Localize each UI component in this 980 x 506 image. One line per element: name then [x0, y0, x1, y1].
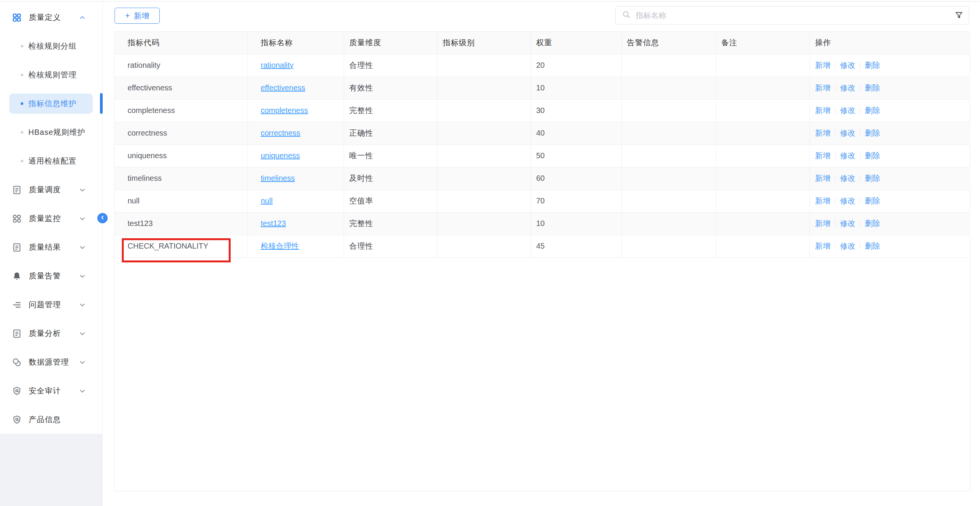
row-action-add[interactable]: 新增 — [815, 151, 831, 160]
table-row: test123 test123 完整性 10 新增修改删除 — [115, 212, 970, 235]
indicator-table: 指标代码 指标名称 质量维度 指标级别 权重 告警信息 备注 操作 ration… — [114, 31, 970, 491]
row-action-delete[interactable]: 删除 — [865, 219, 880, 228]
action-divider — [860, 198, 860, 205]
add-button-label: 新增 — [134, 11, 149, 21]
grid-circles-icon — [12, 214, 22, 224]
row-action-edit[interactable]: 修改 — [840, 242, 855, 250]
col-header-name: 指标名称 — [247, 32, 344, 54]
grid-squares-icon — [12, 13, 22, 23]
row-action-delete[interactable]: 删除 — [865, 129, 880, 137]
row-action-add[interactable]: 新增 — [815, 106, 831, 115]
bullet-dot-icon — [21, 74, 23, 76]
sidebar-item-quality-definition[interactable]: 质量定义 — [0, 3, 102, 32]
indent-list-icon — [12, 300, 22, 310]
action-divider — [860, 62, 860, 69]
sidebar-item-indicator-info-maintain[interactable]: 指标信息维护 — [0, 89, 102, 118]
bullet-dot-icon — [21, 102, 23, 105]
sidebar: 质量定义 检核规则分组 检核规则管理 指标信息维护 HBase规则维护 通用检核… — [0, 0, 103, 506]
table-row: timeliness timeliness 及时性 60 新增修改删除 — [115, 167, 970, 190]
row-action-edit[interactable]: 修改 — [840, 174, 855, 182]
sidebar-collapse-button[interactable] — [97, 213, 108, 223]
sidebar-item-hbase-rule-maintain[interactable]: HBase规则维护 — [0, 118, 102, 147]
sidebar-item-general-check-config[interactable]: 通用检核配置 — [0, 147, 102, 175]
col-header-weight: 权重 — [531, 32, 621, 54]
doc-icon — [12, 329, 22, 339]
row-action-add[interactable]: 新增 — [815, 197, 831, 205]
search-icon — [622, 10, 631, 21]
sidebar-item-datasource-manage[interactable]: 数据源管理 — [0, 348, 102, 377]
table-row: rationality rationality 合理性 20 新增修改删除 — [115, 54, 970, 77]
action-divider — [860, 85, 860, 92]
row-action-edit[interactable]: 修改 — [840, 129, 855, 137]
sidebar-item-quality-analysis[interactable]: 质量分析 — [0, 319, 102, 348]
indicator-name-link[interactable]: rationality — [261, 61, 294, 69]
sidebar-menu: 质量定义 检核规则分组 检核规则管理 指标信息维护 HBase规则维护 通用检核… — [0, 0, 102, 434]
chevron-down-icon — [77, 329, 87, 339]
row-action-edit[interactable]: 修改 — [840, 84, 855, 92]
row-action-add[interactable]: 新增 — [815, 219, 831, 228]
indicator-name-link[interactable]: timeliness — [261, 174, 295, 182]
indicator-name-link[interactable]: test123 — [261, 219, 286, 228]
sidebar-item-quality-alarm[interactable]: 质量告警 — [0, 262, 102, 290]
sidebar-item-security-audit[interactable]: 安全审计 — [0, 377, 102, 405]
row-action-delete[interactable]: 删除 — [865, 242, 880, 250]
chevron-down-icon — [77, 386, 87, 396]
table-row: completeness completeness 完整性 30 新增修改删除 — [115, 99, 970, 122]
row-action-add[interactable]: 新增 — [815, 61, 831, 69]
col-header-dimension: 质量维度 — [344, 32, 437, 54]
row-action-delete[interactable]: 删除 — [865, 174, 880, 182]
sidebar-item-check-rule-group[interactable]: 检核规则分组 — [0, 32, 102, 61]
row-action-edit[interactable]: 修改 — [840, 151, 855, 160]
indicator-name-link[interactable]: 检核合理性 — [261, 242, 299, 250]
indicator-name-link[interactable]: null — [261, 197, 273, 205]
row-action-edit[interactable]: 修改 — [840, 197, 855, 205]
table-row: uniqueness uniqueness 唯一性 50 新增修改删除 — [115, 144, 970, 167]
row-action-delete[interactable]: 删除 — [865, 151, 880, 160]
sidebar-item-check-rule-manage[interactable]: 检核规则管理 — [0, 61, 102, 89]
indicator-name-link[interactable]: effectiveness — [261, 84, 305, 92]
sidebar-item-quality-result[interactable]: 质量结果 — [0, 233, 102, 262]
add-button[interactable]: + 新增 — [115, 8, 160, 24]
sidebar-item-quality-schedule[interactable]: 质量调度 — [0, 175, 102, 204]
search-input[interactable] — [636, 11, 950, 20]
top-divider — [0, 1, 980, 2]
row-action-delete[interactable]: 删除 — [865, 61, 880, 69]
indicator-name-link[interactable]: completeness — [261, 106, 308, 115]
chevron-down-icon — [77, 242, 87, 252]
row-action-edit[interactable]: 修改 — [840, 61, 855, 69]
sidebar-item-issue-manage[interactable]: 问题管理 — [0, 290, 102, 319]
row-action-delete[interactable]: 删除 — [865, 84, 880, 92]
col-header-code: 指标代码 — [115, 32, 247, 54]
action-divider — [835, 62, 836, 69]
chevron-down-icon — [77, 214, 87, 224]
doc-icon — [12, 185, 22, 195]
row-action-add[interactable]: 新增 — [815, 84, 831, 92]
bullet-dot-icon — [21, 45, 23, 47]
col-header-actions: 操作 — [810, 32, 970, 54]
action-divider — [835, 107, 836, 114]
chevron-down-icon — [77, 357, 87, 367]
sidebar-item-quality-monitor[interactable]: 质量监控 — [0, 204, 102, 233]
chevron-down-icon — [77, 185, 87, 195]
indicator-name-link[interactable]: uniqueness — [261, 151, 300, 160]
row-action-delete[interactable]: 删除 — [865, 197, 880, 205]
sidebar-item-product-info[interactable]: 产品信息 — [0, 405, 102, 434]
action-divider — [860, 130, 860, 137]
row-action-add[interactable]: 新增 — [815, 242, 831, 250]
coins-icon — [12, 357, 22, 367]
action-divider — [835, 198, 836, 205]
table-row: CHECK_RATIONALITY 检核合理性 合理性 45 新增修改删除 — [115, 235, 970, 257]
col-header-level: 指标级别 — [437, 32, 531, 54]
main-content: + 新增 指标代码 指标名称 质量维度 指标级别 权重 告警 — [103, 0, 980, 506]
row-action-add[interactable]: 新增 — [815, 129, 831, 137]
bell-icon — [12, 271, 22, 281]
row-action-edit[interactable]: 修改 — [840, 106, 855, 115]
table-row: correctness correctness 正确性 40 新增修改删除 — [115, 122, 970, 144]
indicator-name-link[interactable]: correctness — [261, 129, 300, 137]
plus-icon: + — [125, 11, 130, 20]
chevron-up-icon — [77, 13, 87, 23]
filter-funnel-icon[interactable] — [954, 11, 964, 20]
row-action-add[interactable]: 新增 — [815, 174, 831, 182]
row-action-delete[interactable]: 删除 — [865, 106, 880, 115]
row-action-edit[interactable]: 修改 — [840, 219, 855, 228]
